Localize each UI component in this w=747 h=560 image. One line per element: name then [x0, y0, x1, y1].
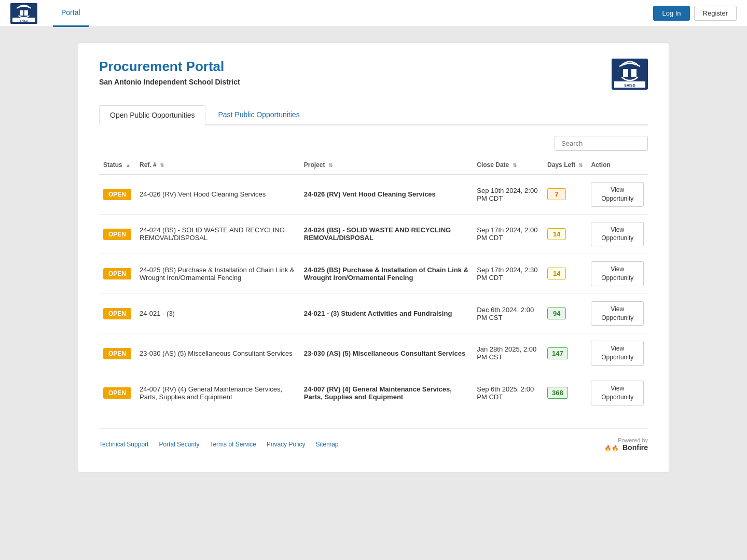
cell-project-4: 23-030 (AS) (5) Miscellaneous Consultant…	[300, 333, 473, 373]
col-action: Action	[587, 156, 648, 174]
cell-project-0: 24-026 (RV) Vent Hood Cleaning Services	[300, 174, 473, 214]
cell-action-1: View Opportunity	[587, 214, 648, 254]
cell-status-3: OPEN	[99, 293, 135, 333]
cell-status-0: OPEN	[99, 174, 135, 214]
status-badge-5: OPEN	[103, 387, 131, 399]
cell-ref-4: 23-030 (AS) (5) Miscellaneous Consultant…	[135, 333, 300, 373]
cell-days-0: 7	[543, 174, 587, 214]
status-badge-1: OPEN	[103, 229, 131, 240]
days-badge-1: 14	[547, 228, 566, 240]
status-badge-3: OPEN	[103, 308, 131, 319]
portal-title: Procurement Portal	[99, 59, 240, 75]
nav-links: Portal	[53, 0, 653, 27]
cell-close-date-5: Sep 6th 2025, 2:00 PM CDT	[473, 373, 543, 412]
cell-close-date-3: Dec 6th 2024, 2:00 PM CST	[473, 293, 543, 333]
col-status[interactable]: Status ▲	[99, 156, 135, 174]
svg-rect-3	[16, 8, 32, 16]
main-container: Procurement Portal San Antonio Independe…	[78, 43, 669, 473]
view-opportunity-button-1[interactable]: View Opportunity	[591, 222, 644, 247]
cell-days-4: 147	[543, 333, 587, 373]
nav-portal-link[interactable]: Portal	[53, 0, 89, 27]
search-bar	[99, 136, 648, 151]
nav-logo: SAISD	[10, 3, 37, 24]
svg-rect-12	[623, 69, 628, 77]
opportunities-table: Status ▲ Ref. # ⇅ Project ⇅ Close Date ⇅	[99, 156, 648, 413]
register-button[interactable]: Register	[694, 6, 737, 21]
cell-ref-3: 24-021 - (3)	[135, 293, 300, 333]
cell-close-date-4: Jan 28th 2025, 2:00 PM CST	[473, 333, 543, 373]
cell-action-5: View Opportunity	[587, 373, 648, 412]
footer-link-technical-support[interactable]: Technical Support	[99, 441, 148, 448]
status-badge-4: OPEN	[103, 348, 131, 359]
cell-action-3: View Opportunity	[587, 293, 648, 333]
view-opportunity-button-5[interactable]: View Opportunity	[591, 381, 644, 405]
tabs-container: Open Public Opportunities Past Public Op…	[99, 105, 648, 125]
svg-rect-6	[12, 18, 35, 19]
table-header-row: Status ▲ Ref. # ⇅ Project ⇅ Close Date ⇅	[99, 156, 648, 174]
cell-action-4: View Opportunity	[587, 333, 648, 373]
sort-close-date-icon: ⇅	[513, 162, 517, 168]
login-button[interactable]: Log In	[653, 6, 689, 21]
cell-ref-0: 24-026 (RV) Vent Hood Cleaning Services	[135, 174, 300, 214]
view-opportunity-button-3[interactable]: View Opportunity	[591, 301, 644, 326]
svg-rect-11	[619, 66, 641, 77]
cell-project-2: 24-025 (BS) Purchase & Installation of C…	[300, 254, 473, 294]
powered-by: Powered by 🔥🔥 Bonfire	[604, 437, 648, 452]
cell-action-0: View Opportunity	[587, 174, 648, 214]
table-row: OPEN 24-021 - (3) 24-021 - (3) Student A…	[99, 293, 648, 333]
table-row: OPEN 24-025 (BS) Purchase & Installation…	[99, 254, 648, 294]
tab-past-opportunities[interactable]: Past Public Opportunities	[208, 105, 310, 124]
sort-days-icon: ⇅	[578, 162, 583, 168]
footer-link-portal-security[interactable]: Portal Security	[159, 441, 199, 448]
footer-link-privacy-policy[interactable]: Privacy Policy	[267, 441, 306, 448]
col-close-date[interactable]: Close Date ⇅	[473, 156, 543, 174]
days-badge-4: 147	[547, 347, 568, 359]
cell-status-5: OPEN	[99, 373, 135, 412]
col-ref[interactable]: Ref. # ⇅	[135, 156, 300, 174]
col-project[interactable]: Project ⇅	[300, 156, 473, 174]
cell-ref-1: 24-024 (BS) - SOLID WASTE AND RECYCLING …	[135, 214, 300, 254]
portal-subtitle: San Antonio Independent School District	[99, 78, 240, 86]
search-input[interactable]	[555, 136, 648, 151]
cell-status-4: OPEN	[99, 333, 135, 373]
days-badge-2: 14	[547, 268, 566, 279]
cell-action-2: View Opportunity	[587, 254, 648, 294]
table-row: OPEN 24-024 (BS) - SOLID WASTE AND RECYC…	[99, 214, 648, 254]
cell-days-1: 14	[543, 214, 587, 254]
portal-saisd-logo-icon: SAISD	[612, 59, 648, 90]
days-badge-0: 7	[547, 188, 566, 200]
cell-days-3: 94	[543, 293, 587, 333]
status-badge-2: OPEN	[103, 268, 131, 279]
view-opportunity-button-4[interactable]: View Opportunity	[591, 341, 644, 366]
nav-actions: Log In Register	[653, 6, 737, 21]
days-badge-5: 368	[547, 387, 568, 399]
table-row: OPEN 24-007 (RV) (4) General Maintenance…	[99, 373, 648, 412]
bonfire-icon: 🔥🔥	[604, 445, 619, 452]
footer-link-terms-of-service[interactable]: Terms of Service	[210, 441, 256, 448]
powered-by-label: Powered by	[604, 437, 648, 443]
tab-open-opportunities[interactable]: Open Public Opportunities	[99, 105, 205, 125]
days-badge-3: 94	[547, 307, 566, 319]
status-badge-0: OPEN	[103, 189, 131, 200]
svg-text:SAISD: SAISD	[624, 83, 635, 87]
svg-rect-5	[24, 10, 28, 16]
table-row: OPEN 23-030 (AS) (5) Miscellaneous Consu…	[99, 333, 648, 373]
sort-project-icon: ⇅	[328, 162, 333, 168]
view-opportunity-button-0[interactable]: View Opportunity	[591, 182, 644, 207]
cell-ref-5: 24-007 (RV) (4) General Maintenance Serv…	[135, 373, 300, 412]
cell-project-3: 24-021 - (3) Student Activities and Fund…	[300, 293, 473, 333]
top-navigation: SAISD Portal Log In Register	[0, 0, 747, 27]
footer-link-sitemap[interactable]: Sitemap	[315, 441, 338, 448]
saisd-logo-icon: SAISD	[10, 3, 37, 24]
view-opportunity-button-2[interactable]: View Opportunity	[591, 261, 644, 286]
table-row: OPEN 24-026 (RV) Vent Hood Cleaning Serv…	[99, 174, 648, 214]
cell-project-5: 24-007 (RV) (4) General Maintenance Serv…	[300, 373, 473, 412]
cell-days-5: 368	[543, 373, 587, 412]
portal-header-text: Procurement Portal San Antonio Independe…	[99, 59, 240, 86]
cell-close-date-2: Sep 17th 2024, 2:30 PM CDT	[473, 254, 543, 294]
cell-close-date-0: Sep 10th 2024, 2:00 PM CDT	[473, 174, 543, 214]
col-days-left[interactable]: Days Left ⇅	[543, 156, 587, 174]
svg-rect-13	[631, 69, 637, 77]
sort-status-icon: ▲	[126, 162, 131, 168]
bonfire-brand: 🔥🔥 Bonfire	[604, 443, 648, 452]
